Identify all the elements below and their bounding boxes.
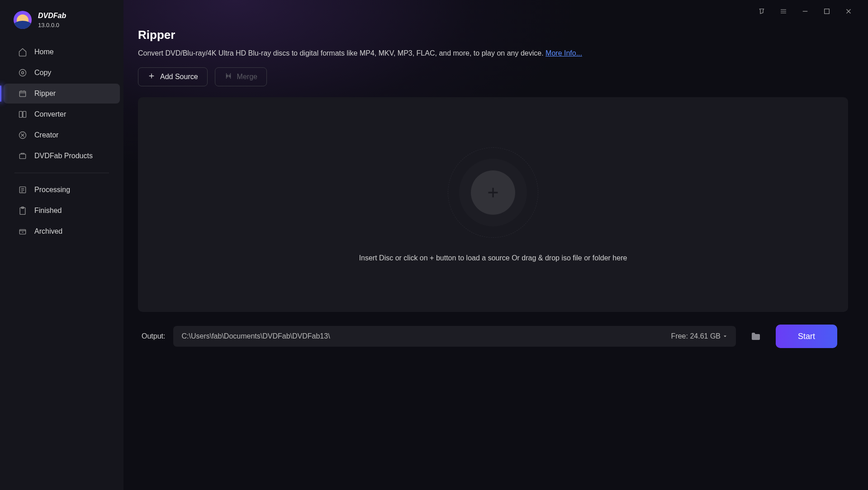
merge-label: Merge	[237, 73, 257, 81]
finished-icon	[18, 206, 27, 215]
app-name: DVDFab	[38, 12, 66, 20]
app-logo-icon	[14, 11, 32, 29]
logo-section: DVDFab 13.0.0.0	[0, 11, 123, 29]
sidebar-divider	[14, 173, 109, 173]
content: Ripper Convert DVD/Blu-ray/4K Ultra HD B…	[123, 23, 868, 490]
copy-icon	[18, 68, 27, 77]
sidebar-item-copy[interactable]: Copy	[4, 63, 120, 83]
home-icon	[18, 47, 27, 57]
sidebar-item-label: Ripper	[34, 90, 56, 98]
page-description: Convert DVD/Blu-ray/4K Ultra HD Blu-ray …	[138, 49, 848, 57]
menu-button[interactable]	[777, 5, 790, 18]
svg-rect-10	[19, 230, 25, 234]
converter-icon	[18, 110, 27, 119]
sidebar-item-label: Converter	[34, 110, 66, 118]
svg-point-1	[22, 72, 24, 74]
free-space-text: Free: 24.61 GB	[671, 332, 721, 340]
add-source-label: Add Source	[160, 73, 198, 81]
app-version: 13.0.0.0	[38, 22, 66, 28]
svg-rect-3	[19, 111, 23, 117]
output-path: C:\Users\fab\Documents\DVDFab\DVDFab13\	[181, 332, 671, 340]
chevron-down-icon	[722, 334, 728, 339]
svg-point-0	[19, 70, 26, 76]
svg-rect-2	[19, 91, 25, 97]
theme-button[interactable]	[755, 5, 768, 18]
sidebar-item-label: Archived	[34, 227, 62, 236]
drop-circle-outer	[448, 147, 538, 238]
sidebar-item-products[interactable]: DVDFab Products	[4, 146, 120, 166]
drop-add-button[interactable]	[471, 170, 515, 215]
titlebar	[123, 0, 868, 23]
archived-icon	[18, 227, 27, 236]
sidebar-item-processing[interactable]: Processing	[4, 180, 120, 200]
merge-button: Merge	[215, 67, 267, 86]
page-description-text: Convert DVD/Blu-ray/4K Ultra HD Blu-ray …	[138, 49, 545, 57]
sidebar-item-label: Copy	[34, 69, 51, 77]
svg-rect-11	[825, 9, 830, 14]
sidebar-item-converter[interactable]: Converter	[4, 104, 120, 124]
sidebar: DVDFab 13.0.0.0 Home Copy Ripper Convert…	[0, 0, 123, 490]
toolbar: Add Source Merge	[138, 67, 848, 86]
free-space-dropdown[interactable]: Free: 24.61 GB	[671, 332, 728, 340]
sidebar-item-label: Processing	[34, 186, 70, 194]
sidebar-item-archived[interactable]: Archived	[4, 221, 120, 241]
svg-rect-4	[23, 111, 26, 117]
sidebar-item-home[interactable]: Home	[4, 42, 120, 62]
main: Ripper Convert DVD/Blu-ray/4K Ultra HD B…	[123, 0, 868, 490]
plus-icon	[147, 72, 156, 82]
maximize-button[interactable]	[820, 5, 834, 18]
add-source-button[interactable]: Add Source	[138, 67, 208, 86]
sidebar-item-creator[interactable]: Creator	[4, 125, 120, 145]
logo-text-group: DVDFab 13.0.0.0	[38, 12, 66, 28]
drop-zone[interactable]: Insert Disc or click on + button to load…	[138, 97, 848, 312]
ripper-icon	[18, 89, 27, 98]
sidebar-item-label: Creator	[34, 131, 58, 139]
products-icon	[18, 151, 27, 160]
minimize-button[interactable]	[798, 5, 812, 18]
page-title: Ripper	[138, 28, 848, 42]
bottom-bar: Output: C:\Users\fab\Documents\DVDFab\DV…	[138, 325, 848, 362]
drop-circle-mid	[459, 159, 527, 226]
merge-icon	[224, 72, 232, 82]
sidebar-item-label: Home	[34, 48, 54, 56]
creator-icon	[18, 131, 27, 140]
output-label: Output:	[142, 332, 165, 340]
more-info-link[interactable]: More Info...	[545, 49, 582, 57]
sidebar-item-finished[interactable]: Finished	[4, 201, 120, 221]
sidebar-item-ripper[interactable]: Ripper	[4, 84, 120, 104]
svg-rect-6	[19, 154, 25, 159]
drop-zone-text: Insert Disc or click on + button to load…	[359, 254, 627, 262]
output-folder-button[interactable]	[744, 325, 768, 348]
processing-icon	[18, 185, 27, 194]
plus-icon	[485, 184, 501, 201]
output-path-box[interactable]: C:\Users\fab\Documents\DVDFab\DVDFab13\ …	[173, 326, 736, 347]
close-button[interactable]	[842, 5, 855, 18]
folder-icon	[750, 331, 761, 342]
start-button[interactable]: Start	[776, 325, 837, 348]
sidebar-item-label: Finished	[34, 207, 62, 215]
sidebar-item-label: DVDFab Products	[34, 152, 93, 160]
